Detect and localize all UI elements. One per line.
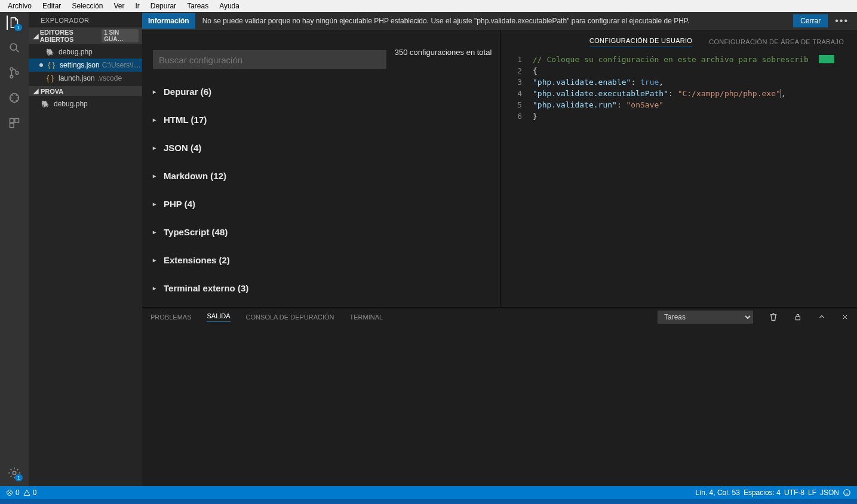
- file-path: .vscode: [97, 74, 122, 82]
- group-label: Depurar (6): [164, 87, 211, 97]
- file-label: launch.json: [59, 74, 95, 82]
- open-editor-settings-json[interactable]: { } settings.json C:\Users\I…: [29, 59, 142, 72]
- code-comment: // Coloque su configuración en este arch…: [533, 55, 809, 64]
- settings-badge: 1: [15, 474, 23, 481]
- svg-rect-9: [796, 316, 800, 319]
- chevron-right-icon: ▸: [153, 285, 160, 291]
- tab-workspace-settings[interactable]: CONFIGURACIÓN DE ÁREA DE TRABAJO: [709, 38, 844, 45]
- group-label: PHP (4): [164, 199, 195, 209]
- output-channel-select[interactable]: Tareas: [658, 311, 753, 324]
- code-editor[interactable]: 123456 // Coloque su configuración en es…: [500, 54, 857, 307]
- file-path: C:\Users\I…: [102, 61, 141, 69]
- tab-problems[interactable]: PROBLEMAS: [150, 314, 191, 321]
- settings-search-input[interactable]: [153, 50, 386, 69]
- explorer-title: EXPLORADOR: [29, 12, 142, 27]
- tab-output[interactable]: SALIDA: [207, 312, 230, 322]
- json-file-icon: { }: [47, 61, 56, 69]
- svg-point-8: [13, 471, 16, 475]
- chevron-right-icon: ▸: [153, 116, 160, 123]
- group-label: Markdown (12): [164, 171, 226, 181]
- json-file-icon: { }: [45, 74, 55, 82]
- group-label: JSON (4): [164, 143, 201, 153]
- open-editors-label: EDITORES ABIERTOS: [40, 29, 102, 43]
- file-label: debug.php: [59, 48, 93, 56]
- close-button[interactable]: Cerrar: [793, 14, 828, 27]
- dirty-indicator: [39, 63, 43, 67]
- status-eol[interactable]: LF: [808, 488, 816, 497]
- menu-debug[interactable]: Depurar: [145, 2, 182, 10]
- status-encoding[interactable]: UTF-8: [784, 488, 804, 497]
- close-panel-icon[interactable]: [841, 314, 849, 321]
- minimap[interactable]: [819, 55, 857, 63]
- settings-icon[interactable]: 1: [7, 466, 21, 480]
- status-warnings[interactable]: 0: [23, 488, 37, 497]
- menu-selection[interactable]: Selección: [66, 2, 108, 10]
- settings-group[interactable]: ▸Extensiones (2): [153, 246, 500, 274]
- feedback-icon[interactable]: [843, 488, 851, 497]
- status-bar: 0 0 Lín. 4, Col. 53 Espacios: 4 UTF-8 LF…: [0, 486, 857, 499]
- search-icon[interactable]: [7, 41, 21, 55]
- open-editor-launch-json[interactable]: { } launch.json .vscode: [29, 72, 142, 85]
- settings-group[interactable]: ▸Depurar (6): [153, 78, 500, 106]
- php-file-icon: 🐘: [41, 100, 50, 108]
- group-label: Extensiones (2): [164, 255, 230, 265]
- status-errors[interactable]: 0: [6, 488, 20, 497]
- settings-group[interactable]: ▸Terminal externo (3): [153, 274, 500, 302]
- menu-go[interactable]: Ir: [130, 2, 145, 10]
- line-gutter: 123456: [500, 54, 533, 307]
- more-icon[interactable]: •••: [835, 16, 849, 26]
- status-language[interactable]: JSON: [820, 488, 839, 497]
- menu-tasks[interactable]: Tareas: [182, 2, 214, 10]
- file-label: settings.json: [60, 61, 100, 69]
- settings-group-list[interactable]: ▸Depurar (6) ▸HTML (17) ▸JSON (4) ▸Markd…: [142, 72, 500, 307]
- open-editors-header[interactable]: ◢ EDITORES ABIERTOS 1 SIN GUA…: [29, 27, 142, 44]
- settings-group[interactable]: ▸Markdown (12): [153, 162, 500, 190]
- project-label: PROVA: [41, 88, 63, 95]
- chevron-right-icon: ▸: [153, 145, 160, 151]
- info-message: No se puede validar porque no hay ningún…: [202, 17, 787, 25]
- maximize-panel-icon[interactable]: [818, 313, 826, 321]
- svg-rect-6: [15, 119, 19, 123]
- info-notification: Información No se puede validar porque n…: [142, 12, 857, 30]
- settings-group[interactable]: ▸HTML (17): [153, 106, 500, 134]
- svg-rect-5: [10, 119, 14, 123]
- status-spaces[interactable]: Espacios: 4: [744, 488, 781, 497]
- project-header[interactable]: ◢ PROVA: [29, 86, 142, 96]
- tab-terminal[interactable]: TERMINAL: [350, 314, 383, 321]
- menu-edit[interactable]: Editar: [37, 2, 66, 10]
- tab-user-settings[interactable]: CONFIGURACIÓN DE USUARIO: [589, 37, 692, 47]
- open-editor-debug-php[interactable]: 🐘 debug.php: [29, 45, 142, 59]
- svg-point-2: [10, 75, 13, 78]
- activity-bar: 1 1: [0, 12, 29, 486]
- chevron-right-icon: ▸: [153, 88, 160, 95]
- chevron-right-icon: ▸: [153, 201, 160, 207]
- lock-scroll-icon[interactable]: [794, 313, 802, 321]
- menu-view[interactable]: Ver: [108, 2, 130, 10]
- svg-rect-7: [10, 124, 14, 128]
- scm-icon[interactable]: [7, 66, 21, 80]
- menu-help[interactable]: Ayuda: [214, 2, 245, 10]
- settings-group[interactable]: ▸PHP (4): [153, 190, 500, 218]
- php-file-icon: 🐘: [45, 48, 55, 56]
- clear-output-icon[interactable]: [769, 312, 778, 322]
- extensions-icon[interactable]: [7, 116, 21, 130]
- menu-bar: Archivo Editar Selección Ver Ir Depurar …: [0, 0, 857, 12]
- settings-group[interactable]: ▸Terminal integrado (19): [153, 302, 500, 307]
- debug-icon[interactable]: [7, 91, 21, 105]
- bottom-panel: PROBLEMAS SALIDA CONSOLA DE DEPURACIÓN T…: [142, 307, 857, 486]
- chevron-right-icon: ▸: [153, 173, 160, 179]
- chevron-down-icon: ◢: [33, 32, 40, 40]
- settings-group[interactable]: ▸JSON (4): [153, 134, 500, 162]
- svg-point-0: [10, 44, 17, 50]
- file-debug-php[interactable]: 🐘 debug.php: [29, 97, 142, 110]
- explorer-icon[interactable]: 1: [7, 16, 21, 30]
- group-label: TypeScript (48): [164, 227, 228, 237]
- group-label: HTML (17): [164, 115, 207, 125]
- status-cursor[interactable]: Lín. 4, Col. 53: [695, 488, 740, 497]
- chevron-right-icon: ▸: [153, 257, 160, 263]
- settings-group[interactable]: ▸TypeScript (48): [153, 218, 500, 246]
- info-tag: Información: [142, 13, 195, 29]
- svg-point-1: [10, 67, 13, 70]
- tab-debug-console[interactable]: CONSOLA DE DEPURACIÓN: [246, 314, 334, 321]
- menu-file[interactable]: Archivo: [2, 2, 37, 10]
